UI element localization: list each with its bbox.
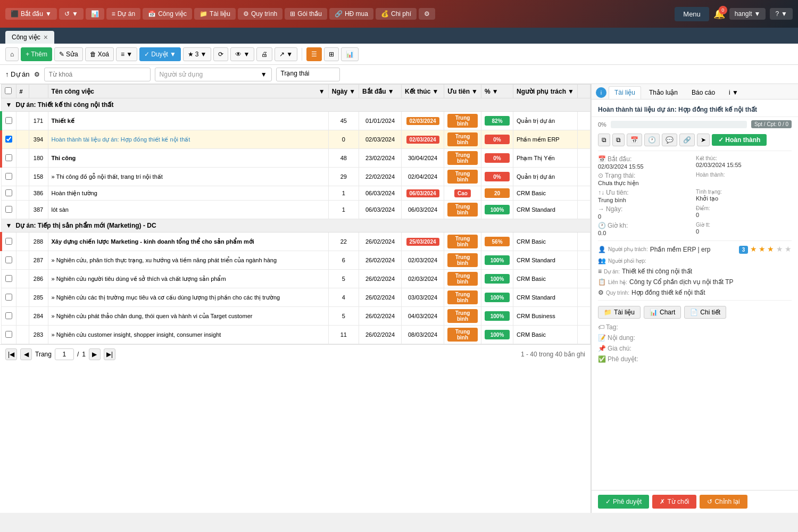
home-toolbar-button[interactable]: ⌂ <box>5 47 19 61</box>
row-name[interactable]: » Nghiên cứu người tiêu dùng về sở thích… <box>48 270 328 288</box>
table-row[interactable]: 288 Xây dựng chiến lược Marketing - kinh… <box>1 232 591 251</box>
table-row[interactable]: 180 Thi công 48 23/02/2024 30/04/2024 Tr… <box>1 149 591 168</box>
send-icon-btn[interactable]: ➤ <box>697 134 710 146</box>
start-button[interactable]: ⬛ Bắt đầu ▼ <box>5 8 57 20</box>
name-header[interactable]: Tên công việc ▼ <box>48 85 328 98</box>
row-name[interactable]: » Nghiên cứu phát thảo chân dung, thói q… <box>48 307 328 326</box>
row-checkbox[interactable] <box>5 312 12 319</box>
table-row[interactable]: 285 » Nghiên cứu các thị trường mục tiêu… <box>1 288 591 307</box>
print-button[interactable]: 🖨 <box>256 47 272 61</box>
bottom-adjust-button[interactable]: ↺ Chỉnh lại <box>700 495 747 509</box>
row-name[interactable]: Hoàn thành tài liệu dự án: Hợp đồng thiế… <box>48 130 328 149</box>
ketthuc-filter-icon[interactable]: ▼ <box>432 88 438 95</box>
last-page-button[interactable]: ▶| <box>104 348 115 360</box>
complete-button[interactable]: ✓ Hoàn thành <box>712 134 767 146</box>
group2-header-row[interactable]: ▼ Dự án: Tiếp thị sản phẩm mới (Marketin… <box>1 219 591 232</box>
row-name[interactable]: Hoàn thiện tường <box>48 186 328 201</box>
group1-header-row[interactable]: ▼ Dự án: Thiết kế thi công nội thất <box>1 98 591 112</box>
user-menu-button[interactable]: hanglt ▼ <box>729 8 766 20</box>
table-row[interactable]: 387 lót sàn 1 06/03/2024 06/03/2024 Trun… <box>1 201 591 219</box>
more-tab[interactable]: i ▼ <box>723 86 744 99</box>
row-checkbox[interactable] <box>5 173 12 180</box>
calendar-icon-btn[interactable]: 📅 <box>627 134 642 146</box>
row-checkbox[interactable] <box>5 189 12 196</box>
chart-mode-button[interactable]: 📊 <box>341 47 359 61</box>
ngay-filter-icon[interactable]: ▼ <box>349 88 355 95</box>
table-row[interactable]: 287 » Nghiên cứu, phân tích thực trạng, … <box>1 251 591 270</box>
row-name[interactable]: Thi công <box>48 149 328 168</box>
select-all-checkbox[interactable] <box>1 85 16 98</box>
add-button[interactable]: + Thêm <box>21 47 52 61</box>
row-checkbox[interactable] <box>5 154 12 161</box>
back-button[interactable]: ↺ ▼ <box>59 8 84 20</box>
row-checkbox[interactable] <box>5 331 12 338</box>
table-row[interactable]: 284 » Nghiên cứu phát thảo chân dung, th… <box>1 307 591 326</box>
process-nav-button[interactable]: ⚙ Quy trình <box>238 8 282 20</box>
batdau-filter-icon[interactable]: ▼ <box>388 88 394 95</box>
table-row[interactable]: 286 » Nghiên cứu người tiêu dùng về sở t… <box>1 270 591 288</box>
info-tab[interactable]: i <box>596 87 606 98</box>
thaoluan-tab[interactable]: Thảo luận <box>643 86 684 99</box>
prev-page-button[interactable]: ◀ <box>20 348 32 360</box>
document-nav-button[interactable]: 📁 Tài liệu <box>194 8 236 20</box>
refresh-button[interactable]: ⟳ <box>213 47 228 61</box>
star-button[interactable]: ★ 3 ▼ <box>183 47 212 61</box>
chitiet-doc-button[interactable]: 📄 Chi tiết <box>684 306 726 319</box>
ngay-header[interactable]: Ngày ▼ <box>328 85 359 98</box>
tab-close-button[interactable]: × <box>44 33 48 41</box>
user-filter[interactable]: Người sử dụng ▼ <box>155 68 272 81</box>
group2-toggle-icon[interactable]: ▼ <box>6 222 12 229</box>
table-row[interactable]: 158 » Thi công đồ gỗ nội thất, trang trí… <box>1 168 591 186</box>
share-button[interactable]: ↗ ▼ <box>275 47 297 61</box>
pct-header[interactable]: % ▼ <box>481 85 513 98</box>
edit-button[interactable]: ✎ Sửa <box>54 47 83 61</box>
nguoi-filter-icon[interactable]: ▼ <box>568 88 574 95</box>
grid-mode-button[interactable]: ⊞ <box>324 47 339 61</box>
duplicate-icon-btn[interactable]: ⧉ <box>612 134 625 146</box>
row-name[interactable]: » Nghiên cứu, phân tích thực trạng, xu h… <box>48 251 328 270</box>
row-name[interactable]: lót sàn <box>48 201 328 219</box>
status-filter[interactable]: Trạng thái <box>276 68 340 81</box>
approve-button[interactable]: ✓ Duyệt ▼ <box>139 47 181 61</box>
purchase-nav-button[interactable]: 🔗 HĐ mua <box>329 8 373 20</box>
ketthuc-header[interactable]: Kết thúc ▼ <box>402 85 444 98</box>
name-filter-icon[interactable]: ▼ <box>319 88 325 95</box>
bottom-reject-button[interactable]: ✗ Từ chối <box>652 495 696 509</box>
row-checkbox[interactable] <box>5 206 12 213</box>
pct-filter-icon[interactable]: ▼ <box>492 88 498 95</box>
project-nav-button[interactable]: ≡ Dự án <box>106 8 140 20</box>
delete-button[interactable]: 🗑 Xoá <box>85 47 114 61</box>
uutien-header[interactable]: Ưu tiên ▼ <box>444 85 481 98</box>
group-toggle[interactable]: ↑ Dự án <box>5 70 30 78</box>
row-name[interactable]: Xây dựng chiến lược Marketing - kinh doa… <box>48 232 328 251</box>
table-row[interactable]: 283 » Nghiên cứu customer insight, shopp… <box>1 326 591 344</box>
table-row[interactable]: 394 Hoàn thành tài liệu dự án: Hợp đồng … <box>1 130 591 149</box>
cost-nav-button[interactable]: 💰 Chi phí <box>376 8 417 20</box>
work-tab[interactable]: Công việc × <box>5 31 54 44</box>
next-page-button[interactable]: ▶ <box>89 348 101 360</box>
row-checkbox[interactable] <box>5 117 12 124</box>
help-button[interactable]: ? ▼ <box>770 8 793 20</box>
batdau-header[interactable]: Bắt đầu ▼ <box>359 85 402 98</box>
chart-doc-button[interactable]: 📊 Chart <box>644 306 681 319</box>
eye-button[interactable]: 👁 ▼ <box>230 47 254 61</box>
group1-toggle-icon[interactable]: ▼ <box>6 101 12 109</box>
notification-button[interactable]: 🔔 0 <box>713 8 725 20</box>
keyword-input[interactable] <box>44 68 151 81</box>
tailieu-tab[interactable]: Tài liệu <box>609 86 641 99</box>
table-row[interactable]: 171 Thiết kế 45 01/01/2024 02/03/2024 Tr… <box>1 112 591 130</box>
row-checkbox[interactable] <box>5 275 12 282</box>
row-name[interactable]: Thiết kế <box>48 112 328 130</box>
work-nav-button[interactable]: 📅 Công việc <box>143 8 192 20</box>
list-view-button[interactable]: ≡ ▼ <box>116 47 137 61</box>
table-row[interactable]: 386 Hoàn thiện tường 1 06/03/2024 06/03/… <box>1 186 591 201</box>
chart-nav-button[interactable]: 📊 <box>86 8 104 20</box>
baocao-tab[interactable]: Báo cáo <box>686 86 721 99</box>
row-checkbox[interactable] <box>5 238 12 245</box>
list-mode-button[interactable]: ☰ <box>306 47 322 61</box>
menu-button[interactable]: Menu <box>675 7 709 21</box>
row-checkbox[interactable] <box>5 136 12 143</box>
row-checkbox[interactable] <box>5 256 12 263</box>
link-icon-btn[interactable]: 🔗 <box>679 134 695 146</box>
tailieu-doc-button[interactable]: 📁 Tài liệu <box>598 306 641 319</box>
